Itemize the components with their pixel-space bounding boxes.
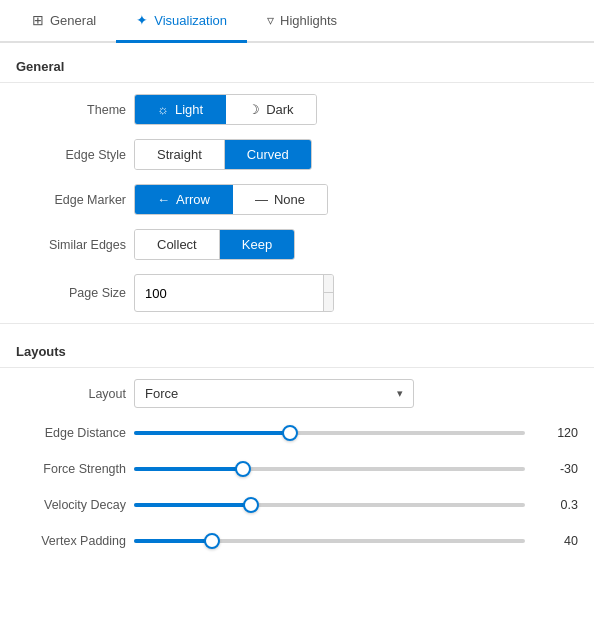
velocity-decay-fill	[134, 503, 251, 507]
edge-curved-label: Curved	[247, 147, 289, 162]
edge-none-label: None	[274, 192, 305, 207]
vertex-padding-slider-container	[134, 531, 525, 551]
collect-button[interactable]: Collect	[135, 230, 219, 259]
similar-edges-control: Collect Keep	[134, 229, 578, 260]
visualization-icon: ✦	[136, 12, 148, 28]
keep-button[interactable]: Keep	[219, 230, 294, 259]
layout-label: Layout	[16, 387, 126, 401]
vertex-padding-label: Vertex Padding	[16, 534, 126, 548]
theme-label: Theme	[16, 103, 126, 117]
force-strength-label: Force Strength	[16, 462, 126, 476]
edge-style-label: Edge Style	[16, 148, 126, 162]
vertex-padding-track	[134, 539, 525, 543]
velocity-decay-row: Velocity Decay 0.3	[0, 487, 594, 523]
edge-marker-btn-group: ← Arrow — None	[134, 184, 328, 215]
tab-visualization-label: Visualization	[154, 13, 227, 28]
edge-marker-control: ← Arrow — None	[134, 184, 578, 215]
general-section-title: General	[0, 43, 594, 83]
keep-label: Keep	[242, 237, 272, 252]
theme-control: ☼ Light ☽ Dark	[134, 94, 578, 125]
force-strength-track	[134, 467, 525, 471]
velocity-decay-track	[134, 503, 525, 507]
velocity-decay-label: Velocity Decay	[16, 498, 126, 512]
velocity-decay-slider-container	[134, 495, 525, 515]
page-size-down-button[interactable]: ▾	[324, 275, 334, 293]
edge-distance-value: 120	[533, 426, 578, 440]
tabs-bar: ⊞ General ✦ Visualization ▿ Highlights	[0, 0, 594, 43]
edge-style-btn-group: Straight Curved	[134, 139, 312, 170]
light-icon: ☼	[157, 102, 169, 117]
velocity-decay-thumb[interactable]	[243, 497, 259, 513]
edge-marker-label: Edge Marker	[16, 193, 126, 207]
layout-control: Force ▾	[134, 379, 578, 408]
force-strength-value: -30	[533, 462, 578, 476]
edge-distance-fill	[134, 431, 290, 435]
tab-visualization[interactable]: ✦ Visualization	[116, 0, 247, 43]
theme-dark-button[interactable]: ☽ Dark	[225, 95, 315, 124]
layout-row: Layout Force ▾	[0, 372, 594, 415]
highlights-icon: ▿	[267, 12, 274, 28]
dropdown-arrow-icon: ▾	[397, 387, 403, 400]
edge-arrow-label: Arrow	[176, 192, 210, 207]
tab-highlights-label: Highlights	[280, 13, 337, 28]
page-size-spinners: ▾ ▴	[323, 275, 334, 311]
tab-general-label: General	[50, 13, 96, 28]
force-strength-slider-container	[134, 459, 525, 479]
edge-style-control: Straight Curved	[134, 139, 578, 170]
similar-edges-btn-group: Collect Keep	[134, 229, 295, 260]
vertex-padding-row: Vertex Padding 40	[0, 523, 594, 559]
edge-distance-row: Edge Distance 120	[0, 415, 594, 451]
edge-marker-row: Edge Marker ← Arrow — None	[0, 177, 594, 222]
edge-distance-track	[134, 431, 525, 435]
arrow-icon: ←	[157, 192, 170, 207]
edge-curved-button[interactable]: Curved	[224, 140, 311, 169]
edge-none-button[interactable]: — None	[232, 185, 327, 214]
edge-arrow-button[interactable]: ← Arrow	[135, 185, 232, 214]
vertex-padding-thumb[interactable]	[204, 533, 220, 549]
edge-straight-button[interactable]: Straight	[135, 140, 224, 169]
page-size-up-button[interactable]: ▴	[324, 293, 334, 311]
force-strength-fill	[134, 467, 243, 471]
tab-general[interactable]: ⊞ General	[12, 0, 116, 43]
force-strength-thumb[interactable]	[235, 461, 251, 477]
tab-highlights[interactable]: ▿ Highlights	[247, 0, 357, 43]
velocity-decay-value: 0.3	[533, 498, 578, 512]
none-icon: —	[255, 192, 268, 207]
edge-distance-slider-container	[134, 423, 525, 443]
theme-btn-group: ☼ Light ☽ Dark	[134, 94, 317, 125]
vertex-padding-fill	[134, 539, 212, 543]
page-size-label: Page Size	[16, 286, 126, 300]
collect-label: Collect	[157, 237, 197, 252]
similar-edges-label: Similar Edges	[16, 238, 126, 252]
dark-icon: ☽	[248, 102, 260, 117]
edge-distance-label: Edge Distance	[16, 426, 126, 440]
section-divider	[0, 323, 594, 324]
theme-row: Theme ☼ Light ☽ Dark	[0, 87, 594, 132]
theme-light-label: Light	[175, 102, 203, 117]
theme-dark-label: Dark	[266, 102, 293, 117]
page-size-control: ▾ ▴	[134, 274, 578, 312]
edge-straight-label: Straight	[157, 147, 202, 162]
sliders-container: Edge Distance 120 Force Strength -30 Vel…	[0, 415, 594, 559]
page-size-row: Page Size ▾ ▴	[0, 267, 594, 319]
edge-style-row: Edge Style Straight Curved	[0, 132, 594, 177]
layout-selected: Force	[145, 386, 178, 401]
layout-dropdown[interactable]: Force ▾	[134, 379, 414, 408]
layouts-section-title: Layouts	[0, 328, 594, 368]
force-strength-row: Force Strength -30	[0, 451, 594, 487]
similar-edges-row: Similar Edges Collect Keep	[0, 222, 594, 267]
theme-light-button[interactable]: ☼ Light	[135, 95, 225, 124]
page-size-wrapper: ▾ ▴	[134, 274, 334, 312]
general-icon: ⊞	[32, 12, 44, 28]
page-size-input[interactable]	[135, 280, 323, 307]
vertex-padding-value: 40	[533, 534, 578, 548]
edge-distance-thumb[interactable]	[282, 425, 298, 441]
